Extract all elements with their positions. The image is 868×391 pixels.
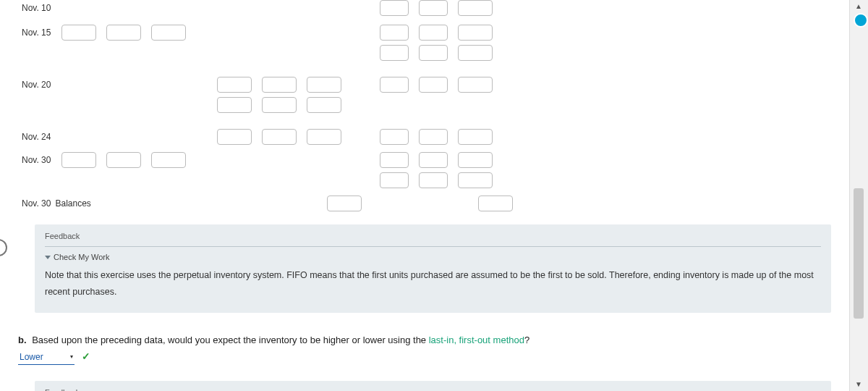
- input-cell[interactable]: [419, 0, 448, 16]
- input-cell[interactable]: [419, 152, 448, 168]
- input-cell[interactable]: [419, 129, 448, 145]
- table-row: Nov. 10: [0, 0, 849, 20]
- input-cell[interactable]: [106, 152, 141, 168]
- question-b: b. Based upon the preceding data, would …: [18, 333, 831, 365]
- input-cell[interactable]: [419, 77, 448, 93]
- input-cell[interactable]: [419, 172, 448, 188]
- divider: [45, 246, 821, 247]
- help-bubble-icon[interactable]: [854, 13, 868, 28]
- date-label: Nov. 30: [0, 152, 61, 168]
- input-cell[interactable]: [419, 45, 448, 61]
- question-text: Based upon the preceding data, would you…: [32, 335, 429, 345]
- feedback-note: Note that this exercise uses the perpetu…: [45, 267, 821, 300]
- input-cell[interactable]: [262, 77, 297, 93]
- chevron-down-icon: ▾: [70, 353, 73, 362]
- feedback-title: Feedback: [45, 232, 821, 246]
- date-label: Nov. 10: [0, 0, 61, 16]
- check-my-work-label: Check My Work: [54, 253, 109, 261]
- feedback-panel: Feedback Check My Work: [35, 381, 831, 391]
- correct-check-icon: ✓: [82, 350, 90, 362]
- input-cell[interactable]: [327, 196, 362, 211]
- input-cell[interactable]: [217, 77, 252, 93]
- input-cell[interactable]: [380, 77, 409, 93]
- input-cell[interactable]: [307, 129, 341, 145]
- date-label: Nov. 20: [0, 77, 61, 93]
- input-cell[interactable]: [380, 0, 409, 16]
- table-row: Nov. 15: [0, 25, 849, 61]
- term-link[interactable]: last-in, first-out method: [429, 335, 524, 345]
- feedback-panel: Feedback Check My Work Note that this ex…: [35, 224, 831, 313]
- date-label: Nov. 30 Balances: [0, 196, 116, 211]
- input-cell[interactable]: [380, 45, 409, 61]
- input-cell[interactable]: [106, 25, 141, 41]
- input-cell[interactable]: [380, 25, 409, 41]
- input-cell[interactable]: [262, 97, 297, 113]
- content-viewport: Nov. 10 Nov. 15: [0, 0, 849, 391]
- input-cell[interactable]: [458, 129, 493, 145]
- feedback-title: Feedback: [45, 388, 821, 391]
- input-cell[interactable]: [458, 25, 493, 41]
- input-cell[interactable]: [61, 152, 96, 168]
- scroll-up-button[interactable]: ▲: [855, 3, 862, 10]
- input-cell[interactable]: [307, 97, 341, 113]
- nav-ring-icon[interactable]: [0, 239, 7, 256]
- scrollbar-track[interactable]: ▲ ▼: [849, 0, 868, 391]
- table-row: Nov. 30 Balances: [0, 196, 849, 216]
- answer-select[interactable]: Lower ▾: [18, 350, 75, 365]
- table-row: Nov. 20: [0, 77, 849, 113]
- input-cell[interactable]: [380, 152, 409, 168]
- input-cell[interactable]: [262, 129, 297, 145]
- input-cell[interactable]: [151, 25, 186, 41]
- input-cell[interactable]: [478, 196, 513, 211]
- input-cell[interactable]: [419, 25, 448, 41]
- scroll-thumb[interactable]: [854, 188, 864, 319]
- input-cell[interactable]: [151, 152, 186, 168]
- date-label: Nov. 24: [0, 129, 61, 145]
- input-cell[interactable]: [380, 172, 409, 188]
- answer-value: Lower: [20, 350, 43, 364]
- input-cell[interactable]: [458, 77, 493, 93]
- input-cell[interactable]: [458, 152, 493, 168]
- input-cell[interactable]: [61, 25, 96, 41]
- date-label: Nov. 15: [0, 25, 61, 41]
- input-cell[interactable]: [380, 129, 409, 145]
- table-row: Nov. 30: [0, 152, 849, 188]
- scroll-down-button[interactable]: ▼: [855, 381, 862, 388]
- table-row: Nov. 24: [0, 129, 849, 149]
- chevron-down-icon: [45, 256, 51, 259]
- input-cell[interactable]: [458, 172, 493, 188]
- question-label: b.: [18, 335, 27, 345]
- input-cell[interactable]: [307, 77, 341, 93]
- input-cell[interactable]: [217, 97, 252, 113]
- input-cell[interactable]: [458, 45, 493, 61]
- input-cell[interactable]: [217, 129, 252, 145]
- input-cell[interactable]: [458, 0, 493, 16]
- check-my-work-toggle[interactable]: Check My Work: [45, 253, 821, 261]
